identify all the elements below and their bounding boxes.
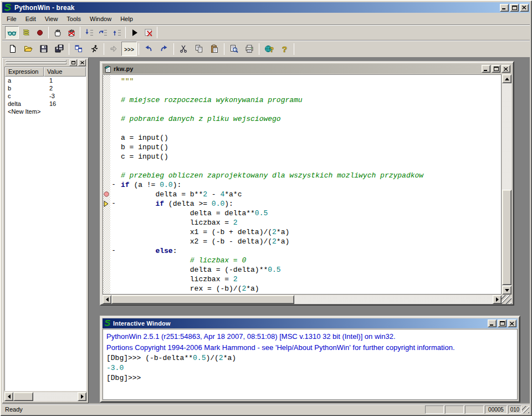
- scroll-track[interactable]: [294, 295, 493, 304]
- copy-button[interactable]: [191, 42, 207, 56]
- fold-marker[interactable]: -: [110, 180, 117, 190]
- interactive-window-button[interactable]: >>>: [121, 42, 137, 56]
- pythonwin-window: PythonWin - break FileEditViewToolsWindo…: [0, 0, 532, 416]
- scroll-thumb[interactable]: [502, 190, 511, 285]
- status-cell: [445, 405, 464, 414]
- iw-minimize-button[interactable]: [488, 319, 497, 327]
- watch-horizontal-scrollbar[interactable]: [4, 392, 86, 401]
- editor-close-button[interactable]: [502, 65, 510, 73]
- code-editor[interactable]: """# miejsce rozpoczecia wykonywania pro…: [103, 74, 502, 295]
- scroll-up-button[interactable]: [502, 74, 511, 83]
- step-over-button[interactable]: [96, 26, 110, 39]
- interactive-titlebar[interactable]: Interactive Window: [103, 318, 518, 328]
- interactive-console[interactable]: PythonWin 2.5.1 (r251:54863, Apr 18 2007…: [103, 329, 518, 400]
- run-button[interactable]: [86, 42, 102, 56]
- scroll-thumb[interactable]: [111, 295, 294, 304]
- window-resize-grip[interactable]: [522, 406, 529, 413]
- go-button[interactable]: [127, 26, 141, 39]
- watch-expression: a: [5, 77, 44, 84]
- dock-gripper[interactable]: [6, 63, 66, 64]
- print-preview-button[interactable]: [226, 42, 242, 56]
- breakpoint-marker[interactable]: [104, 191, 110, 197]
- scroll-left-button[interactable]: [4, 392, 13, 401]
- menu-file[interactable]: File: [2, 14, 21, 24]
- watch-value: 2: [44, 84, 86, 92]
- scroll-down-button[interactable]: [502, 286, 511, 295]
- editor-horizontal-scrollbar[interactable]: [103, 295, 502, 304]
- menu-tools[interactable]: Tools: [62, 14, 85, 24]
- menu-view[interactable]: View: [40, 14, 63, 24]
- breakpoints-button[interactable]: [33, 26, 47, 39]
- undo-button[interactable]: [141, 42, 156, 56]
- watch-expression: <New Item>: [5, 108, 44, 115]
- code-line: imx = delta/(2*a): [103, 293, 501, 295]
- window-title: PythonWin - break: [14, 4, 75, 12]
- open-button[interactable]: [21, 42, 36, 56]
- toolbar-separator: [259, 43, 259, 55]
- watch-row[interactable]: a1: [5, 77, 86, 84]
- maximize-button[interactable]: [510, 4, 519, 12]
- editor-maximize-button[interactable]: [492, 65, 500, 73]
- stop-debugging-button[interactable]: [64, 26, 78, 39]
- step-out-button[interactable]: [110, 26, 124, 39]
- menu-edit[interactable]: Edit: [21, 14, 40, 24]
- cut-button[interactable]: [176, 42, 191, 56]
- editor-titlebar[interactable]: rkw.py: [103, 64, 511, 74]
- interactive-title: Interactive Window: [113, 320, 171, 327]
- print-button[interactable]: [242, 42, 257, 56]
- iw-maximize-button[interactable]: [498, 319, 507, 327]
- save-button[interactable]: [36, 42, 52, 56]
- stack-button[interactable]: [19, 26, 33, 39]
- paste-button[interactable]: [207, 42, 222, 56]
- step-out-icon: [112, 28, 121, 37]
- watch-column-expression[interactable]: Expression: [5, 67, 44, 77]
- scroll-thumb[interactable]: [13, 392, 33, 401]
- import-reload-button[interactable]: [71, 42, 86, 56]
- watch-row[interactable]: delta16: [5, 100, 86, 108]
- code-line: delta = b**2 - 4*a*c: [103, 190, 501, 199]
- editor-resize-grip[interactable]: [502, 295, 511, 304]
- stop-debugging-icon: [67, 28, 76, 37]
- watch-close-button[interactable]: [78, 59, 86, 66]
- hand-button[interactable]: [50, 26, 64, 39]
- code-line: # miejsce rozpoczecia wykonywania progra…: [103, 95, 501, 105]
- paste-icon: [210, 44, 219, 53]
- fold-marker[interactable]: -: [110, 199, 117, 209]
- menu-window[interactable]: Window: [85, 14, 116, 24]
- iw-close-button[interactable]: [508, 319, 516, 327]
- scroll-track[interactable]: [33, 392, 78, 401]
- close-button[interactable]: [520, 4, 529, 12]
- fold-marker[interactable]: -: [110, 246, 117, 256]
- step-into-button[interactable]: [82, 26, 96, 39]
- watch-float-button[interactable]: [69, 59, 77, 66]
- save-all-button[interactable]: [52, 42, 67, 56]
- redo-button[interactable]: [156, 42, 172, 56]
- new-button[interactable]: [5, 42, 21, 56]
- watch-row[interactable]: b2: [5, 84, 86, 92]
- scroll-left-button[interactable]: [103, 295, 111, 304]
- main-titlebar[interactable]: PythonWin - break: [2, 2, 530, 13]
- editor-minimize-button[interactable]: [482, 65, 490, 73]
- current-line-arrow[interactable]: [104, 201, 110, 207]
- help-button[interactable]: ?: [277, 42, 292, 56]
- dock-gripper[interactable]: [6, 60, 66, 62]
- watch-column-value[interactable]: Value: [44, 67, 86, 77]
- scroll-right-button[interactable]: [78, 392, 86, 401]
- minimize-button[interactable]: [500, 4, 509, 12]
- app-icon: [104, 319, 111, 327]
- menu-help[interactable]: Help: [116, 14, 137, 24]
- scroll-right-button[interactable]: [493, 295, 502, 304]
- code-line: # liczbax = 0: [103, 256, 501, 265]
- watch-value: 1: [44, 77, 86, 84]
- editor-vertical-scrollbar[interactable]: [502, 74, 511, 295]
- console-line: [Dbg]>>> (-b-delta**0.5)/(2*a): [106, 353, 514, 363]
- watch-value: 16: [44, 100, 86, 108]
- check-button[interactable]: [106, 42, 121, 56]
- menu-bar: FileEditViewToolsWindowHelp: [2, 14, 530, 24]
- standard-toolbar: >>>??: [2, 40, 530, 58]
- watch-button[interactable]: [5, 26, 19, 39]
- watch-row[interactable]: c-3: [5, 92, 86, 100]
- close-debugger-button[interactable]: [141, 26, 155, 39]
- web-help-button[interactable]: ?: [261, 42, 277, 56]
- watch-row[interactable]: <New Item>: [5, 108, 86, 115]
